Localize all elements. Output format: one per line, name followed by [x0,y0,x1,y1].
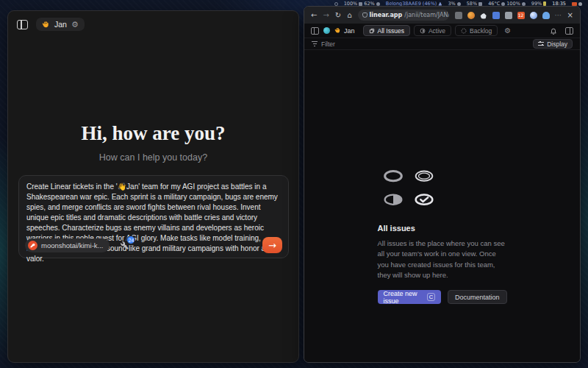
model-name: moonshotai/kimi-k... [41,241,103,250]
workspace-avatar[interactable] [323,27,330,34]
reload-icon[interactable]: ↻ [335,12,341,19]
tab-active[interactable]: Active [414,25,451,36]
back-icon[interactable]: ← [311,12,317,19]
tab-all-issues[interactable]: All Issues [363,25,410,36]
brightness-icon [522,2,526,6]
filter-button[interactable]: Filter [312,40,335,48]
tools-count-badge: 24 [126,236,135,244]
thermometer-icon [501,2,505,6]
linear-team-name: Jan [344,27,355,35]
view-settings-gear-icon[interactable]: ⚙ [504,26,511,35]
notifications-bell-icon[interactable] [550,24,557,38]
header-right-icons [550,24,573,38]
browser-toolbar: ← → ↻ ⌂ linear.app/janii/team/JANAPP/all… [304,7,580,24]
greeting: Hi, how are you? How can I help you toda… [8,122,298,163]
empty-state-actions: Create new issue C Documentation [378,290,507,304]
issues-icon [369,28,375,34]
extension-icon[interactable] [455,12,462,19]
create-new-issue-button[interactable]: Create new issue C [378,290,441,304]
issue-status-illustration [381,169,507,214]
url-host: linear.app [370,12,403,18]
address-bar[interactable]: linear.app/janii/team/JANAPP/all [358,10,449,21]
jan-app-window: Jan ⚙ Hi, how are you? How can I help yo… [7,10,299,363]
extension-icon[interactable] [505,12,512,19]
browser-window: ← → ↻ ⌂ linear.app/janii/team/JANAPP/all… [304,6,581,363]
gear-icon[interactable]: ⚙ [71,21,79,29]
wave-emoji-icon [334,27,341,34]
url-path: /janii/team/JANAPP/all [404,12,448,18]
sidebar-toggle-icon[interactable] [17,20,28,29]
filter-icon [312,41,318,46]
display-sliders-icon [538,41,544,46]
extensions-row: 12 ⋯ × [455,12,573,19]
model-selector[interactable]: moonshotai/kimi-k... [25,238,110,252]
dnd-icon [334,2,338,6]
composer-toolbar: moonshotai/kimi-k... 24 → [25,237,282,253]
extension-icon[interactable] [492,12,500,19]
wave-emoji-icon [42,21,50,29]
extension-icon[interactable] [530,12,537,19]
wifi-icon [438,2,442,6]
jan-topbar: Jan ⚙ [8,11,298,35]
view-tabs: All Issues Active Backlog [363,25,498,36]
in-progress-icon [420,28,426,34]
moonshot-logo-icon [28,241,37,250]
empty-state-body: All issues is the place where you can se… [378,238,507,280]
chat-composer[interactable]: Create Linear tickets in the '👋Jan' team… [18,175,289,258]
all-issues-empty-state: All issues All issues is the place where… [378,169,507,304]
greeting-title: Hi, how are you? [8,122,298,145]
done-coin-icon [412,192,438,214]
badge-extension-icon[interactable]: 12 [517,12,525,19]
linear-app: Jan All Issues Active Backlog ⚙ [304,24,580,362]
home-icon[interactable]: ⌂ [347,12,351,19]
extension-icon[interactable] [542,12,550,19]
in-progress-coin-icon [381,192,407,214]
tab-backlog[interactable]: Backlog [455,25,498,36]
memory-icon [478,2,482,6]
tray-app-icon [578,2,582,6]
cpu-icon [457,2,461,6]
tools-button[interactable]: 24 [120,240,130,250]
linear-filterbar: Filter Display [304,38,580,50]
linear-team-label: Jan [334,27,355,35]
mic-icon [376,2,380,6]
forward-icon[interactable]: → [323,12,329,19]
team-name: Jan [54,20,67,29]
linear-sidebar-toggle-icon[interactable] [311,27,319,35]
right-panel-toggle-icon[interactable] [565,27,573,35]
speaker-icon [359,2,362,6]
greeting-subtitle: How can I help you today? [8,152,298,163]
close-icon[interactable]: × [567,12,573,19]
backlog-icon [461,28,467,34]
shortcut-badge: C [427,293,435,301]
site-security-icon[interactable] [362,13,368,18]
send-button[interactable]: → [262,237,282,253]
todo-coin-icon [412,169,438,191]
display-button[interactable]: Display [533,39,573,49]
extension-icon[interactable] [467,12,475,19]
backlog-coin-icon [381,169,407,191]
more-icon[interactable]: ⋯ [555,12,562,19]
documentation-button[interactable]: Documentation [448,290,507,304]
tray-icons [572,2,582,6]
linear-header: Jan All Issues Active Backlog ⚙ [304,24,580,38]
team-selector[interactable]: Jan ⚙ [36,18,85,31]
cloud-extension-icon[interactable] [480,12,487,19]
dnd-status [334,2,338,6]
empty-state-title: All issues [378,224,507,233]
mail-tray-icon [572,2,577,6]
